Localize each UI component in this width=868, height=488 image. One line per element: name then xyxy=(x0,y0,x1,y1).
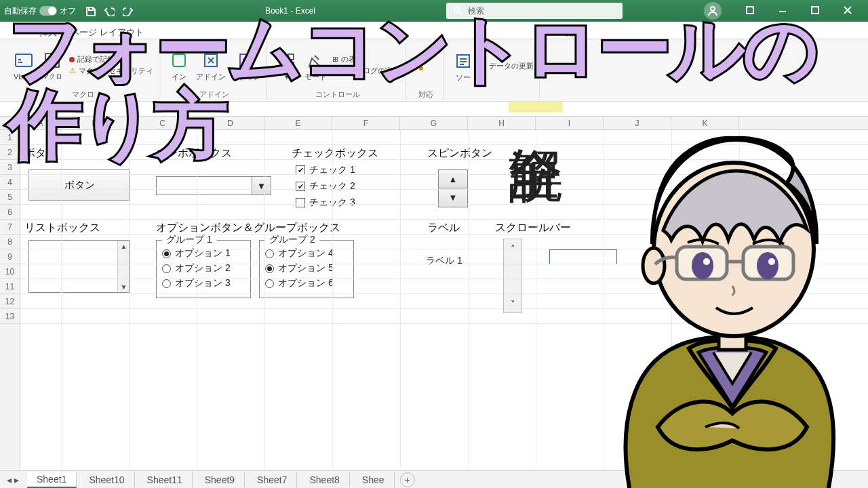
addin-icon[interactable] xyxy=(167,49,191,72)
sheet-tab[interactable]: Sheet9 xyxy=(195,472,245,487)
svg-rect-13 xyxy=(288,62,294,68)
row-number[interactable]: 10 xyxy=(0,264,20,279)
record-macro[interactable]: 記録で記録 xyxy=(69,54,153,64)
column-header[interactable]: B xyxy=(61,117,129,129)
ribbon-group-label: コントロール xyxy=(315,88,360,100)
svg-point-0 xyxy=(454,7,460,12)
save-icon xyxy=(85,5,96,16)
ribbon-tab-layout[interactable]: ページ レイアウト xyxy=(71,26,144,39)
column-header[interactable]: A xyxy=(20,117,61,129)
formula-bar: fx xyxy=(0,102,868,117)
row-number[interactable]: 12 xyxy=(0,294,20,309)
sheet-tab[interactable]: Sheet10 xyxy=(79,472,134,487)
ribbon-display-button[interactable] xyxy=(735,0,766,22)
column-header[interactable]: G xyxy=(400,117,468,129)
user-icon xyxy=(707,5,718,16)
minimize-button[interactable] xyxy=(768,0,799,22)
row-number[interactable]: 9 xyxy=(0,249,20,264)
ribbon-tabs: tab 挿入 ページ レイアウト 開発 xyxy=(0,22,868,39)
column-header[interactable]: I xyxy=(536,117,604,129)
ribbon-group-label: アドイン xyxy=(199,88,229,100)
sheet-nav-next[interactable]: ▸ xyxy=(14,474,19,485)
close-button[interactable] xyxy=(833,0,864,22)
svg-point-1 xyxy=(711,7,715,11)
sheet-tab[interactable]: Sheet1 xyxy=(27,472,77,488)
row-number[interactable]: 6 xyxy=(0,205,20,220)
search-placeholder: 検索 xyxy=(468,5,484,17)
undo-icon xyxy=(104,5,115,16)
svg-rect-10 xyxy=(280,54,285,60)
row-number[interactable]: 11 xyxy=(0,279,20,294)
row-number[interactable]: 7 xyxy=(0,220,20,235)
column-header[interactable]: C xyxy=(129,117,197,129)
row-number[interactable]: 3 xyxy=(0,160,20,175)
spreadsheet-grid[interactable]: 12345678910111213 ボタン コンボボックス チェックボックス ス… xyxy=(0,130,868,469)
add-sheet-button[interactable]: + xyxy=(400,472,415,487)
svg-rect-8 xyxy=(240,54,252,66)
autosave-switch-icon xyxy=(39,6,57,16)
app-title-text: Book1 - Excel xyxy=(265,6,315,16)
column-header[interactable]: F xyxy=(332,117,400,129)
sheet-nav-prev[interactable]: ◂ xyxy=(7,474,12,485)
com-addin-label: アドイン xyxy=(231,72,261,82)
run-dialog[interactable]: ▶ダイアログの実行 xyxy=(332,66,400,76)
source-label: ソー xyxy=(456,73,471,83)
insert-control-icon[interactable] xyxy=(275,49,298,73)
feed-icon[interactable] xyxy=(414,54,437,77)
column-header[interactable]: E xyxy=(264,117,332,129)
row-number[interactable]: 4 xyxy=(0,175,20,190)
autosave-label: 自動保存 xyxy=(4,5,37,17)
name-box[interactable] xyxy=(0,102,35,116)
properties[interactable]: ⊞の表 xyxy=(332,54,400,64)
row-number[interactable]: 13 xyxy=(0,309,20,324)
ribbon-display-icon xyxy=(745,5,756,16)
column-headers: ABCDEFGHIJK xyxy=(0,117,868,130)
ribbon-group-feed: 対応 xyxy=(409,42,443,100)
svg-rect-6 xyxy=(173,54,185,66)
window-title: Book1 - Excel xyxy=(134,6,446,16)
user-avatar[interactable] xyxy=(704,2,722,20)
row-number[interactable]: 1 xyxy=(0,130,20,145)
column-header[interactable]: H xyxy=(468,117,536,129)
sheet-tab[interactable]: Sheet11 xyxy=(138,472,193,487)
visual-basic-icon[interactable] xyxy=(12,49,35,73)
sheet-tab[interactable]: Sheet7 xyxy=(248,472,297,487)
search-icon xyxy=(453,5,464,16)
macros-label: マクロ xyxy=(42,72,62,81)
column-header[interactable]: D xyxy=(197,117,264,129)
ribbon-tab-dev[interactable]: 開発 xyxy=(566,26,583,39)
row-number[interactable]: 8 xyxy=(0,235,20,249)
warning-icon: ⚠ xyxy=(69,66,76,75)
row-number[interactable]: 5 xyxy=(0,190,20,205)
sheet-tab-bar: ◂ ▸ Sheet1 Sheet10 Sheet11 Sheet9 Sheet7… xyxy=(0,470,868,488)
column-header[interactable]: J xyxy=(604,117,671,129)
autosave-toggle[interactable]: 自動保存 オフ xyxy=(4,5,76,17)
select-all-cell[interactable] xyxy=(0,117,20,129)
com-addin-icon[interactable] xyxy=(235,49,258,72)
excel-addin-icon[interactable] xyxy=(199,49,222,72)
export[interactable]: ⤓エク xyxy=(548,61,572,71)
design-mode-icon[interactable] xyxy=(304,49,327,72)
vb-label: Visual xyxy=(14,73,34,81)
svg-rect-12 xyxy=(280,62,285,68)
source-icon[interactable] xyxy=(452,49,475,73)
ribbon-tab-insert[interactable]: 挿入 xyxy=(39,26,57,39)
fx-icon[interactable]: fx xyxy=(35,104,52,114)
sheet-tab[interactable]: Shee xyxy=(353,472,395,487)
svg-rect-11 xyxy=(288,54,294,60)
refresh-data[interactable]: ⟳データの更新 xyxy=(480,61,534,71)
row-numbers: 12345678910111213 xyxy=(0,130,20,469)
undo-button[interactable] xyxy=(103,5,115,17)
design-mode-label: モード xyxy=(304,72,327,82)
search-box[interactable]: 検索 xyxy=(446,3,623,19)
column-header[interactable]: K xyxy=(671,117,739,129)
macro-security[interactable]: ⚠ マクロのセキュリティ xyxy=(69,66,153,76)
row-number[interactable]: 2 xyxy=(0,145,20,160)
sheet-tab[interactable]: Sheet8 xyxy=(300,472,349,487)
redo-icon xyxy=(123,5,134,16)
macros-icon[interactable] xyxy=(41,49,64,72)
redo-button[interactable] xyxy=(122,5,134,17)
save-button[interactable] xyxy=(84,5,96,17)
ribbon-group-label: マクロ xyxy=(72,88,94,100)
maximize-button[interactable] xyxy=(800,0,831,22)
